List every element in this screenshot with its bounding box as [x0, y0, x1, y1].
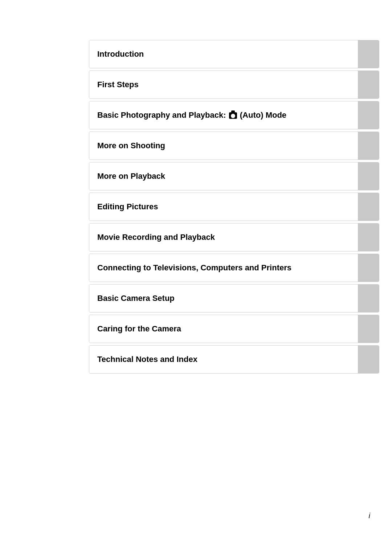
- toc-tab-technical-notes: [358, 346, 379, 373]
- toc-label-first-steps: First Steps: [89, 71, 358, 98]
- toc-tab-basic-photography: [358, 101, 379, 129]
- toc-item-introduction[interactable]: Introduction: [89, 40, 379, 68]
- page-number: i: [369, 512, 370, 520]
- toc-label-basic-photography: Basic Photography and Playback: (Auto) M…: [89, 101, 358, 129]
- toc-item-first-steps[interactable]: First Steps: [89, 70, 379, 99]
- toc-tab-caring-for-camera: [358, 315, 379, 343]
- toc-text-first-steps: First Steps: [97, 80, 139, 90]
- toc-tab-editing-pictures: [358, 193, 379, 221]
- toc-text-connecting: Connecting to Televisions, Computers and…: [97, 263, 291, 273]
- toc-tab-more-on-shooting: [358, 132, 379, 160]
- toc-item-basic-photography[interactable]: Basic Photography and Playback: (Auto) M…: [89, 101, 379, 129]
- toc-text-caring-for-camera: Caring for the Camera: [97, 324, 181, 334]
- toc-label-more-on-shooting: More on Shooting: [89, 132, 358, 160]
- toc-item-technical-notes[interactable]: Technical Notes and Index: [89, 345, 379, 374]
- toc-label-more-on-playback: More on Playback: [89, 162, 358, 190]
- toc-tab-connecting: [358, 254, 379, 282]
- page-container: Introduction First Steps Basic Photograp…: [0, 0, 392, 540]
- toc-text-more-on-playback: More on Playback: [97, 171, 165, 182]
- toc-tab-first-steps: [358, 71, 379, 98]
- table-of-contents: Introduction First Steps Basic Photograp…: [89, 40, 379, 376]
- toc-item-editing-pictures[interactable]: Editing Pictures: [89, 193, 379, 221]
- toc-text-basic-camera-setup: Basic Camera Setup: [97, 293, 175, 304]
- toc-label-introduction: Introduction: [89, 40, 358, 68]
- toc-text-movie-recording: Movie Recording and Playback: [97, 232, 215, 243]
- toc-text-basic-photography: Basic Photography and Playback: (Auto) M…: [97, 110, 286, 121]
- toc-tab-movie-recording: [358, 223, 379, 251]
- toc-label-basic-camera-setup: Basic Camera Setup: [89, 285, 358, 312]
- toc-item-more-on-playback[interactable]: More on Playback: [89, 162, 379, 190]
- toc-text-more-on-shooting: More on Shooting: [97, 141, 165, 151]
- toc-tab-more-on-playback: [358, 162, 379, 190]
- toc-label-editing-pictures: Editing Pictures: [89, 193, 358, 221]
- toc-tab-introduction: [358, 40, 379, 68]
- toc-label-connecting: Connecting to Televisions, Computers and…: [89, 254, 358, 282]
- toc-item-movie-recording[interactable]: Movie Recording and Playback: [89, 223, 379, 251]
- toc-text-editing-pictures: Editing Pictures: [97, 202, 158, 212]
- toc-item-more-on-shooting[interactable]: More on Shooting: [89, 132, 379, 160]
- toc-item-basic-camera-setup[interactable]: Basic Camera Setup: [89, 284, 379, 313]
- toc-text-technical-notes: Technical Notes and Index: [97, 354, 197, 365]
- toc-tab-basic-camera-setup: [358, 285, 379, 312]
- toc-label-technical-notes: Technical Notes and Index: [89, 346, 358, 373]
- camera-icon: [229, 112, 237, 119]
- toc-label-caring-for-camera: Caring for the Camera: [89, 315, 358, 343]
- toc-label-movie-recording: Movie Recording and Playback: [89, 223, 358, 251]
- toc-text-introduction: Introduction: [97, 49, 144, 60]
- toc-item-connecting[interactable]: Connecting to Televisions, Computers and…: [89, 254, 379, 282]
- toc-item-caring-for-camera[interactable]: Caring for the Camera: [89, 315, 379, 343]
